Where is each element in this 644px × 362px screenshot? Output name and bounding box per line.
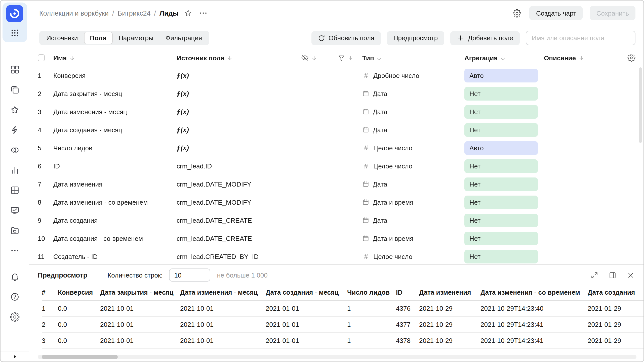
breadcrumb-separator: / (154, 9, 156, 17)
sidebar-item-grid-2x2[interactable] (1, 59, 29, 79)
column-header-description[interactable]: Описание (544, 54, 625, 62)
tab-parameters[interactable]: Параметры (112, 32, 159, 44)
main-area: Коллекции и воркбуки/Битрикс24/Лиды Созд… (29, 1, 643, 361)
tab-sources[interactable]: Источники (40, 32, 84, 44)
table-row[interactable]: 2Дата закрытия - месяцƒ(x)ДатаНет (29, 84, 643, 103)
sidebar-item-bar-chart[interactable] (1, 160, 29, 180)
maximize-icon[interactable] (591, 271, 598, 279)
sort-down-icon[interactable] (500, 55, 506, 61)
field-source: ƒ(x) (177, 125, 301, 134)
sidebar-item-ellipsis[interactable] (1, 240, 29, 260)
aggregation-select[interactable]: Нет (464, 232, 538, 245)
sidebar-item-star[interactable] (1, 100, 29, 120)
save-button[interactable]: Сохранить (590, 6, 635, 20)
field-search-input[interactable] (526, 31, 635, 45)
more-menu-icon[interactable] (199, 9, 208, 18)
table-row[interactable]: 1Конверсияƒ(x)#Дробное числоАвто (29, 66, 643, 84)
split-panel-icon[interactable] (609, 271, 616, 279)
breadcrumb-item[interactable]: Коллекции и воркбуки (39, 9, 109, 17)
table-row[interactable]: 7Дата измененияcrm_lead.DATE_MODIFYДатаН… (29, 175, 643, 193)
aggregation-select[interactable]: Нет (464, 123, 538, 137)
calendar-icon (362, 217, 369, 224)
row-count-input[interactable] (169, 268, 210, 282)
favorite-star-icon[interactable] (184, 9, 192, 17)
table-row[interactable]: 10Дата создания - со временемcrm_lead.DA… (29, 229, 643, 247)
tab-filtering[interactable]: Фильтрация (159, 32, 208, 44)
vertical-scrollbar[interactable] (639, 66, 642, 264)
row-number: 2 (38, 90, 53, 97)
sidebar-bottom (1, 266, 29, 327)
sidebar-item-monitor-chart[interactable] (1, 200, 29, 220)
preview-button[interactable]: Предпросмотр (387, 31, 444, 45)
sort-down-icon[interactable] (377, 55, 382, 61)
sidebar-item-help-circle[interactable] (1, 287, 29, 307)
services-menu-button[interactable] (9, 27, 21, 39)
column-header-hidden[interactable] (301, 54, 338, 62)
sort-down-icon[interactable] (311, 55, 317, 61)
field-aggregation-cell: Нет (464, 232, 544, 245)
table-row[interactable]: 11Создатель - IDcrm_lead.CREATED_BY_ID#Ц… (29, 247, 643, 264)
aggregation-select[interactable]: Нет (464, 105, 538, 118)
table-row[interactable]: 8Дата изменения - со временемcrm_lead.DA… (29, 193, 643, 211)
field-source: crm_lead.ID (177, 162, 301, 170)
column-header-filter[interactable] (338, 54, 362, 62)
table-row[interactable]: 3Дата изменения - месяцƒ(x)ДатаНет (29, 103, 643, 121)
table-row[interactable]: 4Дата создания - месяцƒ(x)ДатаНет (29, 121, 643, 139)
sidebar-header (2, 3, 27, 42)
table-settings-gear-icon[interactable] (627, 54, 635, 62)
aggregation-select[interactable]: Нет (464, 213, 538, 227)
sidebar-item-lightning[interactable] (1, 120, 29, 140)
sort-down-icon[interactable] (348, 55, 353, 61)
circles-pair-icon (10, 145, 19, 155)
sort-down-icon[interactable] (578, 55, 584, 61)
breadcrumb-item[interactable]: Битрикс24 (118, 9, 151, 17)
refresh-fields-button[interactable]: Обновить поля (311, 31, 381, 45)
datalens-logo-icon[interactable] (6, 5, 23, 22)
horizontal-scrollbar[interactable] (38, 355, 636, 359)
aggregation-select[interactable]: Нет (464, 87, 538, 100)
preview-row[interactable]: 20.02021-10-012021-10-012021-01-01143772… (42, 316, 643, 332)
column-header-type[interactable]: Тип (362, 54, 464, 62)
column-header-source[interactable]: Источник поля (177, 54, 301, 62)
field-type-label: Дробное число (373, 72, 419, 79)
aggregation-select[interactable]: Нет (464, 195, 538, 209)
column-header-type-label: Тип (362, 54, 374, 62)
column-header-name-label: Имя (53, 54, 67, 62)
sidebar-item-folder[interactable] (1, 220, 29, 240)
settings-gear-icon[interactable] (513, 9, 521, 17)
monitor-chart-icon (10, 205, 19, 215)
aggregation-select[interactable]: Авто (464, 141, 538, 155)
sidebar-expand-button[interactable] (1, 351, 29, 361)
sort-down-icon[interactable] (69, 55, 75, 61)
tab-fields[interactable]: Поля (84, 32, 113, 44)
field-type: Дата и время (362, 198, 464, 206)
aggregation-select[interactable]: Нет (464, 159, 538, 173)
aggregation-select[interactable]: Авто (464, 69, 538, 82)
preview-row[interactable]: 30.02021-10-012021-10-012021-01-01143782… (42, 332, 643, 348)
preview-cell: 1 (347, 300, 396, 316)
create-chart-button[interactable]: Создать чарт (530, 6, 583, 20)
aggregation-select[interactable]: Нет (464, 177, 538, 191)
add-field-button[interactable]: Добавить поле (450, 31, 520, 45)
select-all-checkbox[interactable] (38, 54, 45, 61)
field-aggregation-cell: Авто (464, 141, 544, 155)
aggregation-select[interactable]: Нет (464, 250, 538, 263)
horizontal-scrollbar-thumb[interactable] (42, 355, 118, 359)
table-row[interactable]: 9Дата созданияcrm_lead.DATE_CREATEДатаНе… (29, 211, 643, 229)
field-aggregation-cell: Нет (464, 105, 544, 118)
sidebar-item-gear[interactable] (1, 307, 29, 327)
sidebar-item-layers[interactable] (1, 79, 29, 100)
field-type-label: Дата (373, 108, 387, 115)
sidebar-item-grid-4[interactable] (1, 180, 29, 200)
column-header-name[interactable]: Имя (53, 54, 177, 62)
vertical-scrollbar-thumb[interactable] (639, 67, 642, 143)
sidebar-item-circles-pair[interactable] (1, 140, 29, 160)
tabs-row: ИсточникиПоляПараметрыФильтрация Обновит… (29, 26, 643, 50)
sort-down-icon[interactable] (227, 55, 232, 61)
table-row[interactable]: 6IDcrm_lead.ID#Целое числоНет (29, 157, 643, 175)
sidebar-item-bell[interactable] (1, 266, 29, 287)
close-icon[interactable] (627, 271, 634, 279)
table-row[interactable]: 5Число лидовƒ(x)#Целое числоАвто (29, 139, 643, 157)
preview-row[interactable]: 10.02021-10-012021-10-012021-01-01143762… (42, 300, 643, 316)
column-header-aggregation[interactable]: Агрегация (464, 54, 544, 62)
